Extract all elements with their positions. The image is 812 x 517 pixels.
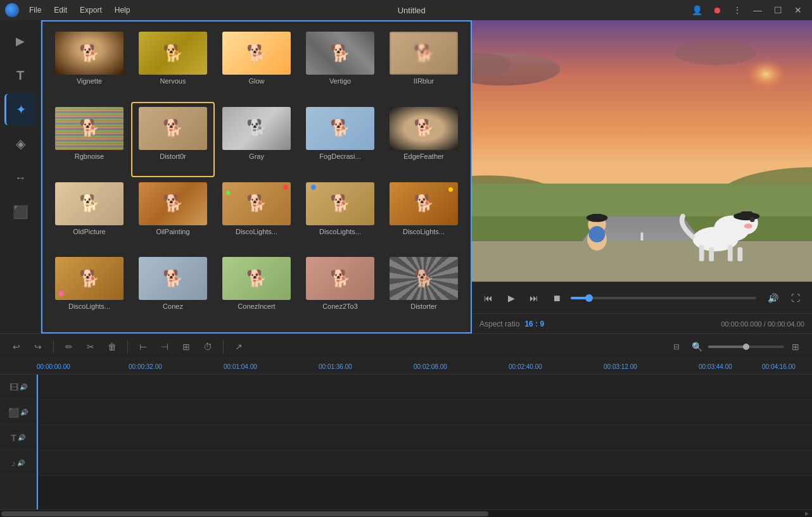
cut-button[interactable]: ✂ <box>82 338 99 356</box>
filter-item-edgefeather[interactable]: 🐕 EdgeFeather <box>382 102 466 177</box>
preview-panel: ⏮ ▶ ⏭ ⏹ 🔊 ⛶ Aspect ratio 16 : 9 00:00:00… <box>472 20 812 333</box>
filter-item-nervous[interactable]: 🐕 Nervous <box>131 27 215 102</box>
sidebar-item-media[interactable]: ▶ <box>4 25 36 57</box>
maximize-button[interactable]: ☐ <box>769 1 787 19</box>
progress-bar[interactable] <box>571 297 756 299</box>
filter-item-conezincert[interactable]: 🐕 ConezIncert <box>215 252 298 327</box>
redo-button[interactable]: ↪ <box>29 338 47 356</box>
minimize-button[interactable]: — <box>749 1 766 19</box>
music-mute-icon[interactable]: 🔊 <box>17 459 25 466</box>
track-content <box>37 375 812 509</box>
filter-item-iirblur[interactable]: 🐕 IIRblur <box>382 27 466 102</box>
aspect-ratio-value[interactable]: 16 : 9 <box>524 320 544 328</box>
filter-thumb-discolights2: 🐕 <box>306 182 374 225</box>
filter-label-glow: Glow <box>248 77 264 85</box>
text-mute-icon[interactable]: 🔊 <box>18 434 25 441</box>
filter-grid: 🐕 Vignette 🐕 Nervous 🐕 Glow <box>42 22 471 332</box>
sidebar-item-text[interactable]: T <box>4 59 36 91</box>
filter-label-edgefeather: EdgeFeather <box>403 153 444 160</box>
zoom-in-button[interactable]: ⊞ <box>787 338 804 356</box>
filter-item-discolights1[interactable]: 🐕 DiscoLights... <box>215 177 298 252</box>
zoom-slider[interactable] <box>708 346 784 348</box>
volume-icon[interactable]: 🔊 <box>764 289 782 307</box>
music-icon: ♪ <box>11 458 16 468</box>
filter-item-conez[interactable]: 🐕 Conez <box>131 252 215 327</box>
preview-video <box>472 20 812 282</box>
scroll-thumb[interactable] <box>1 511 488 516</box>
edit-button[interactable]: ✏ <box>60 338 78 356</box>
sidebar-item-transitions[interactable]: ↔ <box>4 162 36 194</box>
separator-2 <box>127 340 128 353</box>
split-button[interactable]: ⊢ <box>134 338 152 356</box>
menu-help[interactable]: Help <box>110 3 136 17</box>
clock-button[interactable]: ⏱ <box>199 338 217 356</box>
menu-edit[interactable]: Edit <box>49 3 72 17</box>
time-display: 00:00:00.000 / 00:00:04.00 <box>721 320 804 328</box>
record-icon[interactable]: ⏺ <box>708 1 726 19</box>
stop-button[interactable]: ⏹ <box>548 289 566 307</box>
track-label-text: T 🔊 <box>0 425 36 451</box>
filter-label-conez2to3: Conez2To3 <box>322 302 358 310</box>
play-button[interactable]: ▶ <box>502 289 520 307</box>
track-row-text[interactable] <box>37 425 812 451</box>
zoom-fit-button[interactable]: ⊟ <box>668 338 685 356</box>
filter-thumb-fogdecrease: 🐕 <box>306 107 374 150</box>
text-icon: T <box>16 68 24 83</box>
overlays-icon: ◈ <box>16 136 25 151</box>
filter-item-glow[interactable]: 🐕 Glow <box>215 27 298 102</box>
filter-item-distorter[interactable]: 🐕 Distorter <box>382 252 466 327</box>
separator-3 <box>223 340 224 353</box>
menu-file[interactable]: File <box>24 3 46 17</box>
filter-item-rgbnoise[interactable]: 🐕 Rgbnoise <box>48 102 131 177</box>
filter-item-discolights3[interactable]: 🐕 DiscoLights... <box>382 177 466 252</box>
track-row-music[interactable] <box>37 451 812 476</box>
filter-item-oilpainting[interactable]: 🐕 OilPainting <box>131 177 215 252</box>
close-button[interactable]: ✕ <box>789 1 807 19</box>
crop-button[interactable]: ⊞ <box>177 338 195 356</box>
ruler-time-4: 00:02:08.00 <box>414 363 447 370</box>
separator-1 <box>53 340 54 353</box>
filter-thumb-conez: 🐕 <box>139 257 207 300</box>
skip-forward-button[interactable]: ⏭ <box>525 289 543 307</box>
menu-export[interactable]: Export <box>75 3 107 17</box>
window-controls: 👤 ⏺ ⋮ — ☐ ✕ <box>688 1 807 19</box>
filter-item-discolights4[interactable]: 🐕 DiscoLights... <box>48 252 131 327</box>
filter-item-distort0r[interactable]: 🐕 Distort0r <box>131 102 215 177</box>
filter-item-oldpicture[interactable]: 🐕 OldPicture <box>48 177 131 252</box>
track-row-video[interactable] <box>37 375 812 400</box>
sidebar-item-effects[interactable]: ✦ <box>4 94 36 125</box>
fullscreen-button[interactable]: ⛶ <box>787 289 804 307</box>
overlay-mute-icon[interactable]: 🔊 <box>20 409 28 416</box>
track-label-video: 🎞 🔊 <box>0 375 36 400</box>
filter-item-fogdecrease[interactable]: 🐕 FogDecrasi... <box>298 102 382 177</box>
filter-label-vignette: Vignette <box>77 77 102 85</box>
export-button[interactable]: ↗ <box>230 338 248 356</box>
filter-item-gray[interactable]: 🐕 Gray <box>215 102 298 177</box>
skip-back-button[interactable]: ⏮ <box>479 289 497 307</box>
preview-scene-svg <box>472 20 812 282</box>
filter-thumb-vertigo: 🐕 <box>306 32 374 75</box>
sidebar-item-timeline[interactable]: ⬛ <box>4 196 36 228</box>
sidebar-item-overlays[interactable]: ◈ <box>4 128 36 159</box>
trim-button[interactable]: ⊣ <box>156 338 174 356</box>
filter-item-vertigo[interactable]: 🐕 Vertigo <box>298 27 382 102</box>
zoom-out-button[interactable]: 🔍 <box>688 338 706 356</box>
filter-thumb-edgefeather: 🐕 <box>390 107 458 150</box>
undo-button[interactable]: ↩ <box>8 338 25 356</box>
filter-item-discolights2[interactable]: 🐕 DiscoLights... <box>298 177 382 252</box>
ruler-time-0: 00:00:00.00 <box>37 363 70 370</box>
delete-button[interactable]: 🗑 <box>103 338 121 356</box>
video-mute-icon[interactable]: 🔊 <box>20 383 27 390</box>
scroll-right-arrow[interactable]: ▶ <box>802 510 812 517</box>
timeline-scrollbar[interactable]: ◀ ▶ <box>0 509 812 517</box>
filter-item-vignette[interactable]: 🐕 Vignette <box>48 27 131 102</box>
filter-item-conez2to3[interactable]: 🐕 Conez2To3 <box>298 252 382 327</box>
more-icon[interactable]: ⋮ <box>728 1 746 19</box>
filter-thumb-rgbnoise: 🐕 <box>55 107 124 150</box>
filter-label-discolights3: DiscoLights... <box>403 228 445 235</box>
user-icon[interactable]: 👤 <box>688 1 706 19</box>
aspect-ratio-bar: Aspect ratio 16 : 9 00:00:00.000 / 00:00… <box>472 313 812 333</box>
track-row-overlay[interactable] <box>37 400 812 425</box>
filter-thumb-iirblur: 🐕 <box>390 32 458 75</box>
app-logo <box>5 3 19 17</box>
